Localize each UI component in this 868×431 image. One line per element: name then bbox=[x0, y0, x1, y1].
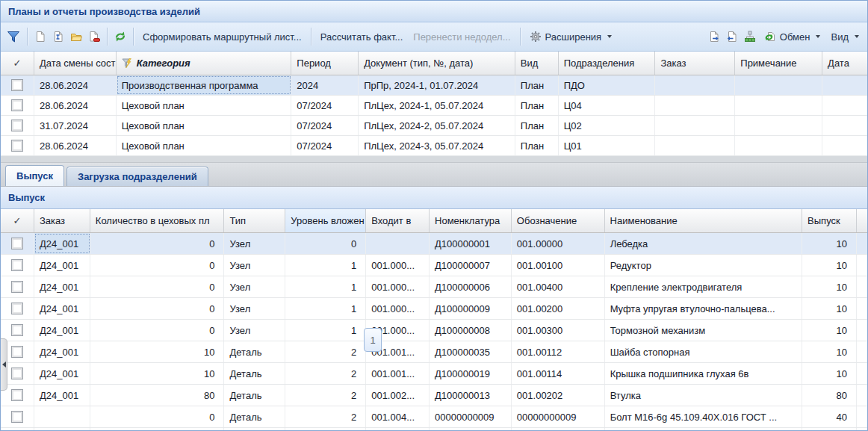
cell-designation[interactable]: 001.00200 bbox=[512, 298, 605, 319]
cell-change-date[interactable]: 28.06.2024 bbox=[34, 136, 117, 155]
cell-nomenclature[interactable]: Д100000007 bbox=[430, 255, 512, 276]
panel-collapse-handle[interactable] bbox=[1, 338, 7, 391]
cell-category[interactable]: Цеховой план bbox=[117, 116, 292, 135]
cell-date2[interactable] bbox=[822, 136, 867, 155]
cell-qty-in-shop-plans[interactable]: 0 bbox=[90, 233, 225, 254]
cell-name[interactable]: Шайба стопорная bbox=[605, 341, 802, 362]
cell-division[interactable]: ПДО bbox=[559, 75, 656, 95]
cell-name[interactable]: Крепление электродвигателя bbox=[605, 276, 802, 297]
refresh-button[interactable] bbox=[112, 28, 128, 46]
cell-output[interactable]: 10 bbox=[802, 298, 857, 319]
cell-nesting-level[interactable]: 2 bbox=[285, 363, 366, 384]
column-header-select-all[interactable]: ✓ bbox=[1, 209, 34, 232]
cell-order[interactable] bbox=[655, 96, 735, 115]
vypusk-table-row[interactable]: 0 Деталь 2 001.004... 00000000009 000000… bbox=[1, 406, 867, 428]
cell-type[interactable]: Деталь bbox=[224, 363, 285, 384]
vypusk-table-row[interactable]: Д24_001 0 Узел 1 001.000... Д100000009 0… bbox=[1, 298, 867, 320]
cell-part-of[interactable]: 001.001... bbox=[366, 363, 430, 384]
cell-order[interactable] bbox=[34, 428, 90, 431]
row-checkbox[interactable] bbox=[11, 120, 23, 131]
cell-part-of[interactable]: 001.000... bbox=[366, 276, 430, 297]
horizontal-splitter[interactable] bbox=[1, 156, 867, 163]
cell-type[interactable]: Узел bbox=[224, 255, 285, 276]
cell-designation[interactable]: 001.00100 bbox=[512, 255, 605, 276]
column-header-kind[interactable]: Вид bbox=[515, 52, 559, 75]
column-header-order[interactable]: Заказ bbox=[655, 52, 735, 75]
calc-fact-button[interactable]: Рассчитать факт... bbox=[316, 28, 408, 46]
row-select-cell[interactable] bbox=[1, 298, 34, 319]
cell-nesting-level[interactable]: 2 bbox=[285, 428, 366, 431]
cell-note[interactable] bbox=[735, 136, 822, 155]
cell-nesting-level[interactable]: 2 bbox=[285, 341, 366, 362]
cell-designation[interactable]: 00000000009 bbox=[512, 406, 605, 427]
cell-qty-in-shop-plans[interactable]: 0 bbox=[90, 406, 225, 427]
cell-nesting-level[interactable]: 1 bbox=[285, 276, 366, 297]
column-header-document[interactable]: Документ (тип, №, дата) bbox=[359, 52, 515, 75]
cell-nesting-level[interactable]: 0 bbox=[285, 233, 366, 254]
cell-period[interactable]: 07/2024 bbox=[291, 136, 359, 155]
cell-order[interactable]: Д24_001 bbox=[34, 385, 90, 406]
cell-document[interactable]: ПлЦех, 2024-3, 05.07.2024 bbox=[359, 136, 515, 155]
cell-category[interactable]: Цеховой план bbox=[117, 136, 292, 155]
cell-division[interactable]: Ц04 bbox=[559, 96, 656, 115]
cell-output[interactable]: 10 bbox=[802, 341, 857, 362]
import-document-button[interactable] bbox=[724, 28, 740, 46]
cell-nomenclature[interactable]: Д100000006 bbox=[430, 276, 512, 297]
column-header-period[interactable]: Период bbox=[291, 52, 359, 75]
cell-name[interactable]: Крышка подшипника глухая 6в bbox=[605, 363, 802, 384]
view-menu-button[interactable]: Вид bbox=[826, 28, 864, 46]
cell-category[interactable]: Цеховой план bbox=[117, 96, 292, 115]
row-select-cell[interactable] bbox=[1, 428, 34, 431]
cell-designation[interactable]: 00000000009 bbox=[512, 428, 605, 431]
cell-type[interactable]: Деталь bbox=[224, 406, 285, 427]
column-header-type[interactable]: Тип bbox=[224, 209, 285, 232]
vypusk-table-row[interactable]: Д24_001 0 Узел 0 Д100000001 001.00000 Ле… bbox=[1, 233, 867, 255]
cell-kind[interactable]: План bbox=[515, 136, 559, 155]
row-checkbox[interactable] bbox=[11, 238, 23, 249]
cell-name[interactable]: Лебедка bbox=[605, 233, 802, 254]
cell-nesting-level[interactable]: 1 bbox=[285, 298, 366, 319]
cell-kind[interactable]: План bbox=[515, 96, 559, 115]
cell-qty-in-shop-plans[interactable]: 0 bbox=[90, 255, 225, 276]
cell-nesting-level[interactable]: 1 bbox=[285, 320, 366, 341]
row-select-cell[interactable] bbox=[1, 136, 34, 155]
cell-order[interactable] bbox=[655, 75, 735, 95]
export-document-button[interactable] bbox=[706, 28, 722, 46]
cell-period[interactable]: 07/2024 bbox=[291, 96, 359, 115]
cell-type[interactable]: Узел bbox=[224, 320, 285, 341]
cell-qty-in-shop-plans[interactable]: 10 bbox=[90, 363, 225, 384]
column-header-output[interactable]: Выпуск bbox=[802, 209, 857, 232]
row-checkbox[interactable] bbox=[11, 346, 23, 358]
cell-type[interactable]: Узел bbox=[224, 298, 285, 319]
cell-type[interactable]: Деталь bbox=[224, 385, 285, 406]
column-header-order[interactable]: Заказ bbox=[34, 209, 90, 232]
cell-order[interactable]: Д24_001 bbox=[34, 341, 90, 362]
cell-order[interactable]: Д24_001 bbox=[34, 255, 90, 276]
cell-document[interactable]: ПлЦех, 2024-1, 05.07.2024 bbox=[359, 96, 515, 115]
cell-name[interactable]: Болт М16-6g 45.109.40Х.016 ГОСТ ... bbox=[605, 428, 802, 431]
cell-order[interactable]: Д24_001 bbox=[34, 363, 90, 384]
column-header-part-of[interactable]: Входит в bbox=[366, 209, 430, 232]
cell-name[interactable]: Втулка bbox=[605, 385, 802, 406]
cell-designation[interactable]: 001.00112 bbox=[512, 341, 605, 362]
cell-nesting-level[interactable]: 1 bbox=[285, 255, 366, 276]
cell-designation[interactable]: 001.00202 bbox=[512, 385, 605, 406]
cell-designation[interactable]: 001.00000 bbox=[512, 233, 605, 254]
column-header-division[interactable]: Подразделения bbox=[559, 52, 656, 75]
row-select-cell[interactable] bbox=[1, 233, 34, 254]
cell-designation[interactable]: 001.00400 bbox=[512, 276, 605, 297]
row-checkbox[interactable] bbox=[11, 368, 23, 379]
cell-order[interactable]: Д24_001 bbox=[34, 320, 90, 341]
vypusk-table-row[interactable]: Д24_001 10 Деталь 2 001.001... Д10000003… bbox=[1, 341, 867, 363]
cell-kind[interactable]: План bbox=[515, 116, 559, 135]
cell-nomenclature[interactable]: 00000000009 bbox=[430, 406, 512, 427]
row-select-cell[interactable] bbox=[1, 96, 34, 115]
column-header-nomenclature[interactable]: Номенклатура bbox=[430, 209, 512, 232]
cell-date2[interactable] bbox=[822, 75, 867, 95]
plans-table-row[interactable]: 31.07.2024 Цеховой план 07/2024 ПлЦех, 2… bbox=[1, 116, 867, 136]
row-select-cell[interactable] bbox=[1, 320, 34, 341]
edit-document-button[interactable] bbox=[50, 28, 66, 46]
open-folder-button[interactable] bbox=[68, 28, 84, 46]
cell-output[interactable]: 10 bbox=[802, 276, 857, 297]
extensions-menu-button[interactable]: Расширения bbox=[525, 28, 617, 46]
